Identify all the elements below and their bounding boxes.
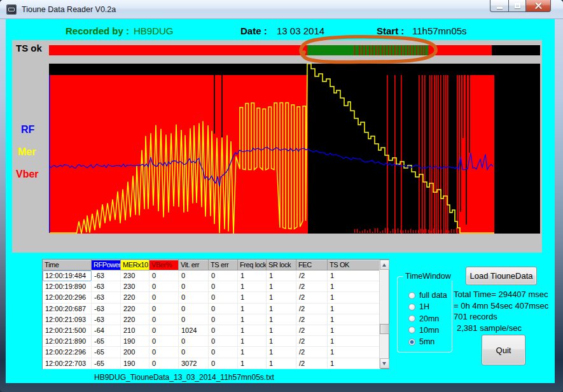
table-cell[interactable]: 220 — [121, 314, 149, 325]
table-cell[interactable]: 1 — [238, 358, 267, 369]
table-cell[interactable]: 0 — [149, 281, 179, 292]
table-cell[interactable]: 1 — [238, 325, 267, 336]
table-cell[interactable]: 0 — [209, 325, 238, 336]
table-cell[interactable]: 1 — [238, 292, 267, 303]
titlebar[interactable]: Tioune Data Reader V0.2a — [0, 0, 563, 19]
table-row[interactable]: 12:00:21:093-6322000011/21 — [43, 314, 389, 325]
column-header-time[interactable]: Time — [43, 260, 92, 270]
table-scrollbar[interactable] — [379, 260, 389, 368]
scroll-up-button[interactable] — [380, 260, 389, 270]
table-cell[interactable]: 220 — [121, 292, 149, 303]
table-cell[interactable]: 0 — [209, 358, 238, 369]
table-cell[interactable]: 1 — [238, 281, 267, 292]
table-cell[interactable]: 1024 — [179, 325, 209, 336]
table-cell[interactable]: 0 — [149, 270, 179, 281]
minimize-button[interactable] — [490, 0, 508, 12]
table-cell[interactable]: 1 — [328, 314, 380, 325]
table-cell[interactable]: -63 — [92, 314, 121, 325]
table-cell[interactable]: 0 — [149, 304, 179, 314]
radio-circle[interactable] — [408, 304, 415, 311]
table-cell[interactable]: 0 — [209, 270, 238, 281]
table-cell[interactable]: /2 — [296, 304, 328, 314]
table-cell[interactable]: /2 — [296, 281, 328, 292]
table-cell[interactable]: -63 — [92, 304, 121, 314]
column-header-ts-err[interactable]: TS err — [209, 260, 238, 270]
table-cell[interactable]: /2 — [296, 292, 328, 303]
table-cell[interactable]: 1 — [328, 358, 380, 369]
table-cell[interactable]: 12:00:20:687 — [43, 304, 92, 314]
scroll-down-button[interactable] — [380, 358, 389, 368]
table-cell[interactable]: 12:00:22:296 — [43, 347, 92, 358]
table-cell[interactable]: 1 — [238, 336, 267, 347]
table-cell[interactable]: 190 — [121, 336, 149, 347]
table-cell[interactable]: 0 — [179, 281, 209, 292]
table-cell[interactable]: 0 — [179, 347, 209, 358]
table-cell[interactable]: 0 — [179, 314, 209, 325]
table-cell[interactable]: 1 — [238, 314, 267, 325]
table-cell[interactable]: 200 — [121, 347, 149, 358]
table-row[interactable]: 12:00:20:687-6322000011/21 — [43, 304, 389, 314]
radio-5mn[interactable]: 5mn — [408, 337, 434, 346]
table-row[interactable]: 12:00:21:890-6519000011/21 — [43, 336, 389, 347]
table-cell[interactable]: 0 — [149, 325, 179, 336]
column-header-rfpower[interactable]: RFPower — [92, 260, 121, 270]
radio-1h[interactable]: 1H — [408, 302, 429, 311]
table-row[interactable]: 12:00:19:484-6323000011/21 — [43, 270, 389, 281]
table-cell[interactable]: 210 — [121, 325, 149, 336]
table-cell[interactable]: /2 — [296, 270, 328, 281]
table-cell[interactable]: 190 — [121, 358, 149, 369]
table-cell[interactable]: 0 — [149, 336, 179, 347]
column-header-vit-err[interactable]: Vit. err — [179, 260, 209, 270]
table-cell[interactable]: 1 — [328, 347, 380, 358]
table-cell[interactable]: 12:00:22:703 — [43, 358, 92, 369]
table-cell[interactable]: 0 — [179, 336, 209, 347]
table-row[interactable]: 12:00:22:296-6520000011/21 — [43, 347, 389, 358]
column-header-vber-[interactable]: VBer% — [149, 260, 179, 270]
close-button[interactable] — [526, 0, 551, 12]
table-cell[interactable]: 0 — [209, 281, 238, 292]
column-header-ts-ok[interactable]: TS OK — [328, 260, 380, 270]
table-cell[interactable]: /2 — [296, 347, 328, 358]
table-cell[interactable]: /2 — [296, 314, 328, 325]
table-cell[interactable]: 1 — [238, 270, 267, 281]
table-cell[interactable]: 12:00:21:890 — [43, 336, 92, 347]
radio-20mn[interactable]: 20mn — [408, 314, 439, 323]
table-cell[interactable]: /2 — [296, 336, 328, 347]
data-table[interactable]: TimeRFPowerMERx10VBer%Vit. errTS errFreq… — [42, 259, 389, 369]
radio-circle[interactable] — [408, 315, 415, 322]
table-cell[interactable]: 230 — [121, 281, 149, 292]
table-cell[interactable]: 0 — [149, 347, 179, 358]
table-cell[interactable]: 1 — [328, 304, 380, 314]
scroll-thumb[interactable] — [380, 324, 389, 334]
table-cell[interactable]: 1 — [267, 292, 296, 303]
table-row[interactable]: 12:00:21:500-6421001024011/21 — [43, 325, 389, 336]
table-cell[interactable]: -64 — [92, 325, 121, 336]
column-header-freq-lock[interactable]: Freq lock — [238, 260, 267, 270]
table-cell[interactable]: 1 — [267, 281, 296, 292]
table-cell[interactable]: 12:00:21:093 — [43, 314, 92, 325]
table-cell[interactable]: 12:00:21:500 — [43, 325, 92, 336]
table-cell[interactable]: 0 — [209, 304, 238, 314]
table-cell[interactable]: -65 — [92, 347, 121, 358]
table-cell[interactable]: /2 — [296, 325, 328, 336]
table-cell[interactable]: 1 — [267, 336, 296, 347]
table-cell[interactable]: 1 — [267, 358, 296, 369]
table-row[interactable]: 12:00:22:703-6519003072011/21 — [43, 358, 389, 369]
table-cell[interactable]: -65 — [92, 358, 121, 369]
table-cell[interactable]: 1 — [267, 347, 296, 358]
table-cell[interactable]: -65 — [92, 336, 121, 347]
radio-circle[interactable] — [408, 292, 415, 299]
table-cell[interactable]: 1 — [267, 270, 296, 281]
table-cell[interactable]: 12:00:19:484 — [43, 270, 92, 281]
radio-circle[interactable] — [408, 339, 415, 346]
table-cell[interactable]: 0 — [179, 292, 209, 303]
table-cell[interactable]: 1 — [328, 292, 380, 303]
table-cell[interactable]: 1 — [328, 270, 380, 281]
table-cell[interactable]: 1 — [238, 347, 267, 358]
table-cell[interactable]: /2 — [296, 358, 328, 369]
table-cell[interactable]: 0 — [179, 304, 209, 314]
table-cell[interactable]: 1 — [267, 304, 296, 314]
table-cell[interactable]: -63 — [92, 292, 121, 303]
radio-10mn[interactable]: 10mn — [408, 326, 439, 335]
column-header-merx10[interactable]: MERx10 — [121, 260, 149, 270]
